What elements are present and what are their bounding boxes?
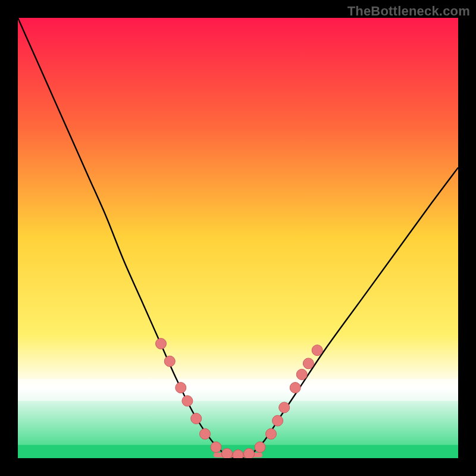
curve-marker [156,339,167,349]
curve-marker [191,413,202,424]
chart-frame: TheBottleneck.com [0,0,476,476]
curve-marker [303,358,314,369]
bottleneck-chart [18,18,458,458]
curve-marker [290,383,300,393]
curve-marker [279,402,290,413]
curve-marker [244,449,255,458]
curve-marker [273,415,283,426]
white-band [18,379,458,401]
curve-marker [233,450,243,458]
plot-area [18,18,458,458]
curve-marker [266,428,277,439]
curve-marker [312,345,322,356]
curve-marker [296,369,307,380]
curve-marker [164,356,175,367]
curve-marker [176,383,186,393]
curve-marker [182,396,193,406]
curve-marker [255,442,265,453]
curve-marker [211,442,221,453]
curve-marker [222,449,233,458]
watermark-label: TheBottleneck.com [347,4,470,19]
curve-marker [200,428,211,439]
